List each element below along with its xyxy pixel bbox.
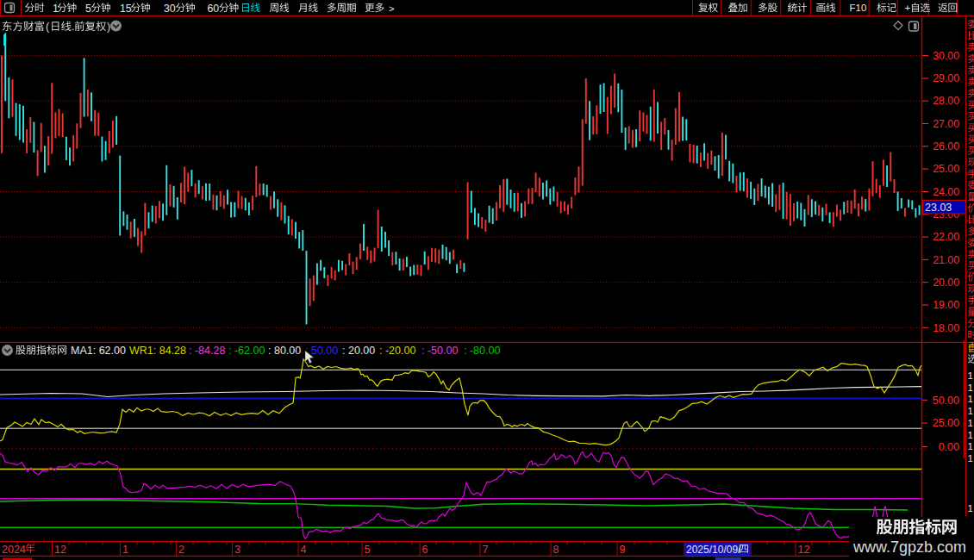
svg-text:6: 6: [422, 544, 428, 556]
svg-text:7: 7: [483, 544, 489, 556]
svg-text:30.00: 30.00: [933, 50, 959, 62]
svg-text:1: 1: [968, 441, 973, 451]
svg-text:: -50.00: : -50.00: [421, 345, 458, 357]
svg-text:21.00: 21.00: [933, 254, 959, 266]
svg-text:25.00: 25.00: [933, 417, 959, 429]
svg-text:+: +: [905, 3, 911, 13]
svg-text:15: 15: [120, 3, 132, 15]
svg-text:1: 1: [53, 3, 59, 15]
svg-text:19.00: 19.00: [933, 299, 959, 311]
svg-text:: -62.00: : -62.00: [228, 345, 265, 357]
svg-text:: 50.00: : 50.00: [305, 345, 338, 357]
svg-text:1: 1: [968, 383, 973, 393]
svg-text:25.00: 25.00: [933, 163, 959, 175]
svg-text:29.00: 29.00: [933, 72, 959, 84]
svg-text:: 20.00: : 20.00: [342, 345, 375, 357]
svg-text:3: 3: [234, 544, 240, 556]
svg-text:8: 8: [553, 544, 559, 556]
svg-text:50.00: 50.00: [933, 395, 959, 407]
svg-text:: -80.00: : -80.00: [464, 345, 500, 357]
svg-text:1: 1: [968, 406, 973, 416]
svg-text:12: 12: [54, 544, 66, 556]
svg-text:12: 12: [798, 544, 810, 556]
svg-text:F10: F10: [850, 3, 867, 13]
svg-text:2024: 2024: [2, 544, 26, 556]
svg-text:WR1: 84.28: WR1: 84.28: [129, 345, 186, 357]
svg-text:5: 5: [85, 3, 91, 15]
svg-text:0.00: 0.00: [939, 441, 959, 453]
svg-text:9: 9: [620, 544, 626, 556]
svg-text:2: 2: [178, 544, 184, 556]
svg-text:18.00: 18.00: [933, 322, 959, 334]
svg-text:24.00: 24.00: [933, 186, 959, 198]
svg-text:26.00: 26.00: [933, 140, 959, 152]
svg-text:1: 1: [968, 430, 973, 440]
svg-text:: -20.00: : -20.00: [379, 345, 415, 357]
svg-text:.: .: [72, 21, 74, 33]
svg-text:): ): [107, 21, 110, 33]
svg-text:1: 1: [968, 453, 973, 464]
svg-text:4: 4: [301, 544, 307, 556]
svg-text:MA1: 62.00: MA1: 62.00: [71, 345, 126, 357]
svg-text:1: 1: [968, 503, 973, 513]
svg-text:27.00: 27.00: [933, 118, 959, 130]
svg-text:: -84.28: : -84.28: [189, 345, 225, 357]
svg-text:30: 30: [164, 3, 176, 15]
svg-text:1: 1: [122, 544, 128, 556]
svg-text:5: 5: [365, 544, 371, 556]
svg-text:22.00: 22.00: [933, 231, 959, 243]
svg-text:23.03: 23.03: [925, 202, 952, 214]
svg-text:60: 60: [208, 3, 220, 15]
svg-text:1: 1: [968, 418, 973, 428]
svg-text:20.00: 20.00: [933, 277, 959, 289]
svg-text:1: 1: [968, 394, 973, 404]
svg-text:28.00: 28.00: [933, 95, 959, 107]
svg-text:: 80.00: : 80.00: [268, 345, 301, 357]
svg-text:www.7gpzb.com: www.7gpzb.com: [852, 538, 966, 556]
svg-text:>: >: [389, 3, 394, 14]
svg-text:1: 1: [968, 370, 973, 381]
svg-text:2025/10/09/: 2025/10/09/: [686, 544, 741, 556]
